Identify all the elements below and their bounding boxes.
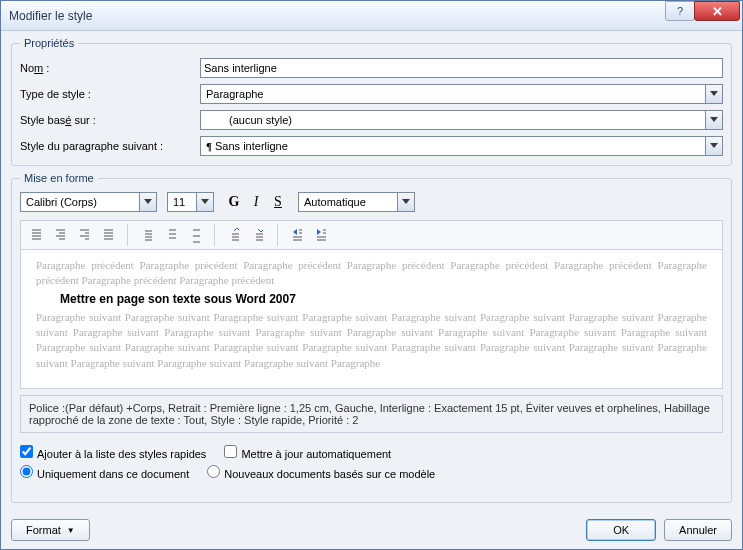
space-before-increase-icon [229,227,239,243]
align-center-icon [55,227,65,243]
line-spacing-1-button[interactable] [136,224,158,246]
cancel-button[interactable]: Annuler [664,519,732,541]
bold-button[interactable]: G [224,192,244,212]
based-on-value: (aucun style) [200,110,706,130]
space-before-decrease-button[interactable] [247,224,269,246]
dialog-window: Modifier le style ? ✕ Propriétés Nom : T… [0,0,743,550]
font-color-dropdown-button[interactable] [398,192,415,212]
line-spacing-15-icon [166,227,176,243]
align-center-button[interactable] [49,224,71,246]
increase-indent-button[interactable] [310,224,332,246]
based-on-combo[interactable]: (aucun style) [200,110,723,130]
paragraph-toolbar [20,220,723,250]
font-color-value: Automatique [298,192,398,212]
style-description: Police :(Par défaut) +Corps, Retrait : P… [20,395,723,433]
align-justify-icon [103,227,113,243]
window-buttons: ? ✕ [666,1,740,21]
name-label: Nom : [20,62,200,74]
underline-button[interactable]: S [268,192,288,212]
ok-button[interactable]: OK [586,519,656,541]
align-justify-button[interactable] [97,224,119,246]
style-type-combo[interactable]: Paragraphe [200,84,723,104]
format-button[interactable]: Format▼ [11,519,90,541]
following-style-dropdown-button[interactable] [706,136,723,156]
new-documents-radio[interactable] [207,465,220,478]
name-input[interactable] [200,58,723,78]
help-icon: ? [677,5,683,17]
dialog-title: Modifier le style [9,9,666,23]
properties-group: Propriétés Nom : Type de style : Paragra… [11,37,732,166]
following-style-value: ¶ Sans interligne [200,136,706,156]
line-spacing-2-icon [190,227,200,243]
space-before-increase-button[interactable] [223,224,245,246]
preview-pane: Paragraphe précédent Paragraphe précéden… [20,249,723,389]
chevron-down-icon [710,91,718,97]
auto-update-checkbox[interactable] [224,445,237,458]
font-color-combo[interactable]: Automatique [298,192,415,212]
chevron-down-icon [710,143,718,149]
font-name-value: Calibri (Corps) [20,192,140,212]
auto-update-option[interactable]: Mettre à jour automatiquement [224,445,391,460]
decrease-indent-button[interactable] [286,224,308,246]
font-size-combo[interactable]: 11 [167,192,214,212]
preview-sample-text: Mettre en page son texte sous Word 2007 [60,291,707,308]
chevron-down-icon [144,199,152,205]
font-size-dropdown-button[interactable] [197,192,214,212]
increase-indent-icon [316,227,326,243]
following-style-combo[interactable]: ¶ Sans interligne [200,136,723,156]
style-type-dropdown-button[interactable] [706,84,723,104]
based-on-dropdown-button[interactable] [706,110,723,130]
close-button[interactable]: ✕ [694,1,740,21]
based-on-label: Style basé sur : [20,114,200,126]
font-name-dropdown-button[interactable] [140,192,157,212]
dialog-body: Propriétés Nom : Type de style : Paragra… [1,31,742,549]
style-type-label: Type de style : [20,88,200,100]
font-size-value: 11 [167,192,197,212]
following-style-label: Style du paragraphe suivant : [20,140,200,152]
align-right-icon [79,227,89,243]
this-document-option[interactable]: Uniquement dans ce document [20,465,189,480]
quick-styles-checkbox[interactable] [20,445,33,458]
align-left-button[interactable] [25,224,47,246]
line-spacing-15-button[interactable] [160,224,182,246]
formatting-legend: Mise en forme [20,172,98,184]
style-type-value: Paragraphe [200,84,706,104]
align-left-icon [31,227,41,243]
quick-styles-option[interactable]: Ajouter à la liste des styles rapides [20,445,206,460]
line-spacing-1-icon [142,227,152,243]
font-name-combo[interactable]: Calibri (Corps) [20,192,157,212]
this-document-radio[interactable] [20,465,33,478]
preview-after-text: Paragraphe suivant Paragraphe suivant Pa… [36,310,707,372]
decrease-indent-icon [292,227,302,243]
italic-button[interactable]: I [246,192,266,212]
formatting-group: Mise en forme Calibri (Corps) 11 G I S A… [11,172,732,503]
chevron-down-icon [201,199,209,205]
help-button[interactable]: ? [665,1,695,21]
pilcrow-icon: ¶ [206,140,212,152]
new-documents-option[interactable]: Nouveaux documents basés sur ce modèle [207,465,435,480]
close-icon: ✕ [712,4,723,19]
preview-before-text: Paragraphe précédent Paragraphe précéden… [36,258,707,289]
chevron-down-icon [402,199,410,205]
line-spacing-2-button[interactable] [184,224,206,246]
titlebar[interactable]: Modifier le style ? ✕ [1,1,742,31]
align-right-button[interactable] [73,224,95,246]
options-area: Ajouter à la liste des styles rapides Me… [20,441,723,481]
space-before-decrease-icon [253,227,263,243]
chevron-down-icon [710,117,718,123]
dialog-footer: Format▼ OK Annuler [11,519,732,541]
properties-legend: Propriétés [20,37,78,49]
chevron-down-icon: ▼ [67,526,75,535]
